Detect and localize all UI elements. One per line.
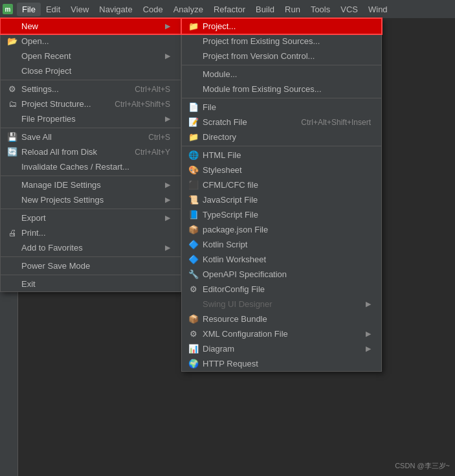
submenu-package-json[interactable]: 📦 package.json File <box>182 222 381 237</box>
file-icon: 📄 <box>187 102 200 112</box>
editorconfig-icon: ⚙ <box>187 284 200 294</box>
submenu-editorconfig[interactable]: ⚙ EditorConfig File <box>182 282 381 297</box>
submenu-xml-config[interactable]: ⚙ XML Configuration File ▶ <box>182 326 381 341</box>
submenu-http-request-label: HTTP Request <box>203 359 371 368</box>
kotlin-script-icon: 🔷 <box>187 240 200 249</box>
submenu-stylesheet-label: Stylesheet <box>203 165 371 175</box>
app-icon: m <box>3 4 13 14</box>
sub-separator-1 <box>182 65 381 65</box>
menubar: m File Edit View Navigate Code Analyze R… <box>0 0 455 18</box>
separator-6 <box>1 275 181 275</box>
submenu-package-json-label: package.json File <box>203 225 371 234</box>
package-json-icon: 📦 <box>187 225 200 234</box>
menu-exit[interactable]: Exit <box>1 277 181 291</box>
menu-export[interactable]: Export ▶ <box>1 210 181 225</box>
menubar-tools[interactable]: Tools <box>305 3 335 16</box>
diagram-arrow: ▶ <box>366 345 371 353</box>
open-icon: 📂 <box>6 36 19 46</box>
submenu-project-existing[interactable]: Project from Existing Sources... <box>182 34 381 49</box>
project-icon: 📁 <box>187 21 200 31</box>
xml-config-icon: ⚙ <box>187 329 200 339</box>
submenu-openapi[interactable]: 🔧 OpenAPI Specification <box>182 267 381 282</box>
submenu-http-request[interactable]: 🌍 HTTP Request <box>182 356 381 371</box>
menu-file-properties[interactable]: File Properties ▶ <box>1 111 181 126</box>
menu-close-project[interactable]: Close Project <box>1 63 181 78</box>
submenu-file[interactable]: 📄 File <box>182 100 381 115</box>
cfml-icon: ⬛ <box>187 180 200 190</box>
submenu-project-vcs-label: Project from Version Control... <box>203 51 371 61</box>
stylesheet-icon: 🎨 <box>187 165 200 175</box>
menubar-navigate[interactable]: Navigate <box>94 3 137 16</box>
scratch-file-icon: 📝 <box>187 117 200 127</box>
watermark: CSDN @李三岁~ <box>395 461 450 471</box>
resource-bundle-icon: 📦 <box>187 314 200 324</box>
project-structure-icon: 🗂 <box>6 99 19 109</box>
submenu-stylesheet[interactable]: 🎨 Stylesheet <box>182 163 381 177</box>
sub-separator-3 <box>182 146 381 146</box>
reload-disk-icon: 🔄 <box>6 147 19 157</box>
menubar-vcs[interactable]: VCS <box>335 3 363 16</box>
menubar-code[interactable]: Code <box>138 3 168 16</box>
menu-file-properties-label: File Properties <box>21 114 160 124</box>
kotlin-worksheet-icon: 🔷 <box>187 255 200 264</box>
submenu-kotlin-script-label: Kotlin Script <box>203 240 371 249</box>
submenu-project-vcs[interactable]: Project from Version Control... <box>182 49 381 63</box>
menu-add-to-favorites-label: Add to Favorites <box>21 243 160 253</box>
dropdown-container: New ▶ 📂 Open... Open Recent ▶ Close Proj… <box>0 18 181 292</box>
submenu-directory[interactable]: 📁 Directory <box>182 130 381 144</box>
project-structure-shortcut: Ctrl+Alt+Shift+S <box>115 100 170 109</box>
separator-2 <box>1 128 181 128</box>
menu-new[interactable]: New ▶ <box>1 19 181 34</box>
submenu-resource-bundle-label: Resource Bundle <box>203 314 371 324</box>
submenu-html-file[interactable]: 🌐 HTML File <box>182 148 381 163</box>
submenu-swing-ui-label: Swing UI Designer <box>203 299 361 309</box>
menu-invalidate-caches[interactable]: Invalidate Caches / Restart... <box>1 159 181 174</box>
separator-3 <box>1 176 181 176</box>
submenu-project[interactable]: 📁 Project... <box>182 19 381 34</box>
submenu-diagram[interactable]: 📊 Diagram ▶ <box>182 341 381 356</box>
submenu-kotlin-script[interactable]: 🔷 Kotlin Script <box>182 237 381 252</box>
submenu-cfml[interactable]: ⬛ CFML/CFC file <box>182 177 381 192</box>
menu-project-structure[interactable]: 🗂 Project Structure... Ctrl+Alt+Shift+S <box>1 96 181 111</box>
menu-save-all[interactable]: 💾 Save All Ctrl+S <box>1 130 181 144</box>
menubar-analyze[interactable]: Analyze <box>168 3 208 16</box>
menubar-file[interactable]: File <box>17 3 41 16</box>
menu-power-save-mode-label: Power Save Mode <box>21 261 170 271</box>
open-recent-arrow: ▶ <box>165 52 170 60</box>
submenu-scratch-file[interactable]: 📝 Scratch File Ctrl+Alt+Shift+Insert <box>182 115 381 130</box>
menu-settings[interactable]: ⚙ Settings... Ctrl+Alt+S <box>1 82 181 96</box>
submenu-project-existing-label: Project from Existing Sources... <box>203 36 371 46</box>
submenu-resource-bundle[interactable]: 📦 Resource Bundle <box>182 312 381 326</box>
menu-power-save-mode[interactable]: Power Save Mode <box>1 258 181 273</box>
menu-add-to-favorites[interactable]: Add to Favorites ▶ <box>1 240 181 255</box>
menu-open-label: Open... <box>21 36 170 46</box>
menu-new-projects-settings[interactable]: New Projects Settings ▶ <box>1 192 181 207</box>
file-menu: New ▶ 📂 Open... Open Recent ▶ Close Proj… <box>0 18 181 292</box>
menu-invalidate-caches-label: Invalidate Caches / Restart... <box>21 162 170 172</box>
menubar-wind[interactable]: Wind <box>363 3 393 16</box>
menu-print-label: Print... <box>21 228 170 238</box>
menubar-view[interactable]: View <box>65 3 94 16</box>
menubar-run[interactable]: Run <box>280 3 305 16</box>
submenu-js-file[interactable]: 📜 JavaScript File <box>182 192 381 207</box>
menu-reload-disk[interactable]: 🔄 Reload All from Disk Ctrl+Alt+Y <box>1 144 181 159</box>
menu-settings-label: Settings... <box>21 84 122 94</box>
submenu-file-label: File <box>203 102 371 112</box>
sub-separator-2 <box>182 98 381 98</box>
submenu-module[interactable]: Module... <box>182 67 381 82</box>
menubar-refactor[interactable]: Refactor <box>208 3 250 16</box>
submenu-module-existing[interactable]: Module from Existing Sources... <box>182 82 381 96</box>
add-to-favorites-arrow: ▶ <box>165 244 170 252</box>
menu-print[interactable]: 🖨 Print... <box>1 225 181 240</box>
menubar-build[interactable]: Build <box>250 3 280 16</box>
menu-manage-ide-settings-label: Manage IDE Settings <box>21 180 160 190</box>
submenu-ts-file[interactable]: 📘 TypeScript File <box>182 207 381 222</box>
menu-reload-disk-label: Reload All from Disk <box>21 147 122 157</box>
submenu-kotlin-worksheet[interactable]: 🔷 Kotlin Worksheet <box>182 252 381 267</box>
menu-manage-ide-settings[interactable]: Manage IDE Settings ▶ <box>1 177 181 192</box>
menubar-edit[interactable]: Edit <box>41 3 65 16</box>
menu-open-recent[interactable]: Open Recent ▶ <box>1 49 181 63</box>
menu-open[interactable]: 📂 Open... <box>1 34 181 49</box>
submenu-ts-file-label: TypeScript File <box>203 210 371 220</box>
export-arrow: ▶ <box>165 214 170 222</box>
